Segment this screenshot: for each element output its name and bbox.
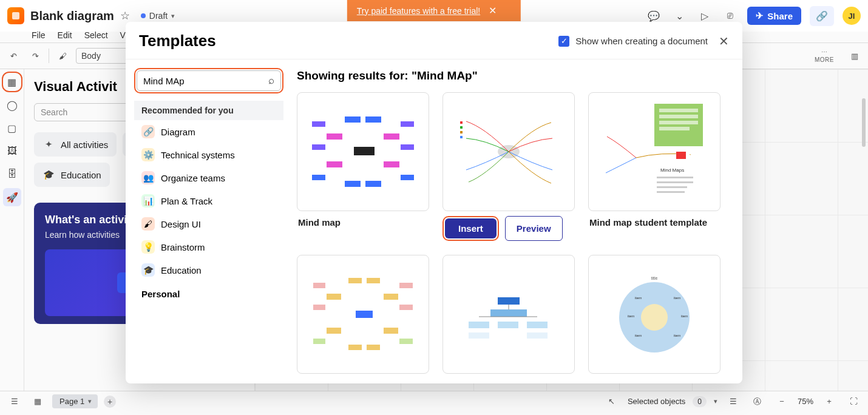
- cat-education[interactable]: 🎓Education: [134, 258, 283, 282]
- search-icon[interactable]: ⌕: [268, 75, 274, 87]
- close-icon[interactable]: ✕: [489, 5, 497, 16]
- image-rail-icon[interactable]: 🖼: [3, 142, 21, 160]
- sparkle-icon: ✦: [42, 138, 55, 150]
- share-label: Share: [767, 11, 793, 21]
- layers-icon[interactable]: ☰: [725, 393, 742, 410]
- search-input[interactable]: [143, 76, 263, 86]
- chart-icon: 📊: [141, 194, 155, 208]
- svg-rect-39: [313, 305, 325, 310]
- svg-text:item: item: [628, 314, 634, 318]
- insert-highlight: Insert: [442, 216, 499, 241]
- send-icon: ✈: [756, 10, 764, 21]
- svg-rect-50: [469, 322, 489, 328]
- svg-rect-23: [659, 115, 698, 118]
- svg-rect-8: [345, 181, 361, 187]
- cat-technical[interactable]: ⚙️Technical systems: [134, 143, 283, 166]
- zoom-out-button[interactable]: −: [773, 393, 790, 410]
- left-rail: ▦ ◯ ▢ 🖼 🗄 🚀: [0, 69, 24, 391]
- svg-rect-9: [365, 181, 381, 187]
- svg-rect-3: [327, 161, 342, 167]
- cat-organize[interactable]: 👥Organize teams: [134, 166, 283, 189]
- svg-rect-15: [401, 175, 414, 180]
- bottom-bar: ☰ ▦ Page 1 ▾ + ↖ Selected objects 0 ▾ ☰ …: [0, 391, 868, 411]
- share-button[interactable]: ✈ Share: [747, 7, 801, 25]
- svg-rect-38: [313, 283, 325, 288]
- document-title[interactable]: Blank diagram: [30, 9, 114, 23]
- page-tab[interactable]: Page 1 ▾: [52, 394, 98, 408]
- trial-link[interactable]: Try paid features with a free trial!: [357, 6, 480, 16]
- insert-button[interactable]: Insert: [445, 218, 497, 238]
- svg-rect-29: [657, 177, 693, 178]
- redo-icon[interactable]: ↷: [27, 47, 44, 64]
- svg-rect-25: [659, 127, 690, 130]
- svg-rect-57: [527, 332, 548, 339]
- selected-label: Selected objects: [628, 397, 685, 406]
- templates-rail-icon[interactable]: ▦: [3, 73, 21, 91]
- template-card[interactable]: Mind Maps Mind map student template: [588, 92, 721, 241]
- chip-all-activities[interactable]: ✦All activities: [34, 132, 117, 157]
- bottom-right: ↖ Selected objects 0 ▾ ☰ Ⓐ − 75% + ⛶: [603, 393, 862, 410]
- personal-header[interactable]: Personal: [134, 284, 283, 304]
- search-highlight: ⌕: [134, 68, 283, 93]
- paint-icon[interactable]: 🖌: [54, 47, 71, 64]
- svg-rect-49: [490, 309, 527, 317]
- svg-rect-32: [657, 191, 685, 193]
- accessibility-icon[interactable]: Ⓐ: [749, 393, 766, 410]
- cursor-icon[interactable]: ↖: [603, 393, 620, 410]
- panel-icon[interactable]: ▥: [846, 47, 863, 64]
- rocket-rail-icon[interactable]: 🚀: [3, 188, 21, 206]
- close-icon[interactable]: ✕: [719, 34, 729, 49]
- style-label: Body: [81, 51, 101, 61]
- svg-marker-27: [686, 152, 691, 159]
- svg-point-59: [641, 304, 668, 331]
- template-thumbnail: [297, 255, 429, 374]
- cat-plan[interactable]: 📊Plan & Track: [134, 189, 283, 212]
- checkbox-checked-icon: ✓: [558, 36, 569, 47]
- chip-education[interactable]: 🎓Education: [34, 163, 110, 187]
- menu-select[interactable]: Select: [84, 30, 108, 40]
- cat-design[interactable]: 🖌Design UI: [134, 212, 283, 235]
- svg-rect-34: [327, 294, 341, 300]
- template-card[interactable]: title itemitem itemitem itemitem: [588, 255, 721, 374]
- add-page-button[interactable]: +: [104, 396, 116, 408]
- more-menu[interactable]: ⋯ MORE: [815, 49, 834, 63]
- fullscreen-icon[interactable]: ⛶: [845, 393, 862, 410]
- template-card[interactable]: [442, 255, 575, 374]
- preview-button[interactable]: Preview: [505, 216, 563, 241]
- template-card[interactable]: [297, 255, 429, 374]
- svg-rect-42: [348, 278, 362, 283]
- shapes-rail-icon[interactable]: ◯: [3, 96, 21, 114]
- show-when-checkbox[interactable]: ✓ Show when creating a document: [558, 36, 708, 47]
- template-search[interactable]: ⌕: [137, 70, 281, 91]
- zoom-in-button[interactable]: +: [821, 393, 838, 410]
- avatar[interactable]: JI: [843, 7, 861, 25]
- svg-rect-10: [312, 121, 325, 127]
- svg-rect-47: [399, 339, 413, 344]
- chevron-down-icon[interactable]: ▾: [714, 397, 717, 405]
- status-dropdown[interactable]: Draft ▾: [136, 8, 180, 23]
- svg-rect-13: [401, 144, 414, 150]
- square-rail-icon[interactable]: ▢: [3, 119, 21, 137]
- menu-file[interactable]: File: [32, 30, 46, 40]
- style-select[interactable]: Body: [76, 48, 131, 64]
- template-card[interactable]: Mind map: [297, 92, 429, 241]
- cat-brainstorm[interactable]: 💡Brainstorm: [134, 235, 283, 258]
- undo-icon[interactable]: ↶: [5, 47, 22, 64]
- svg-rect-22: [659, 109, 698, 112]
- svg-rect-46: [313, 339, 325, 344]
- templates-modal: Templates ✓ Show when creating a documen…: [126, 22, 742, 383]
- template-thumbnail: Mind Maps: [588, 92, 721, 211]
- template-card-selected[interactable]: Insert Preview: [442, 92, 575, 241]
- modal-header: Templates ✓ Show when creating a documen…: [126, 22, 742, 59]
- grid-icon[interactable]: ▦: [29, 393, 46, 410]
- cat-diagram[interactable]: 🔗Diagram: [134, 120, 283, 143]
- card-actions: Insert Preview: [442, 211, 575, 241]
- svg-rect-26: [676, 152, 686, 159]
- menu-edit[interactable]: Edit: [58, 30, 72, 40]
- list-icon[interactable]: ☰: [6, 393, 23, 410]
- svg-rect-24: [659, 121, 698, 124]
- data-rail-icon[interactable]: 🗄: [3, 165, 21, 183]
- star-icon[interactable]: ☆: [120, 9, 130, 22]
- svg-text:item: item: [635, 334, 642, 337]
- link-button[interactable]: 🔗: [810, 6, 834, 26]
